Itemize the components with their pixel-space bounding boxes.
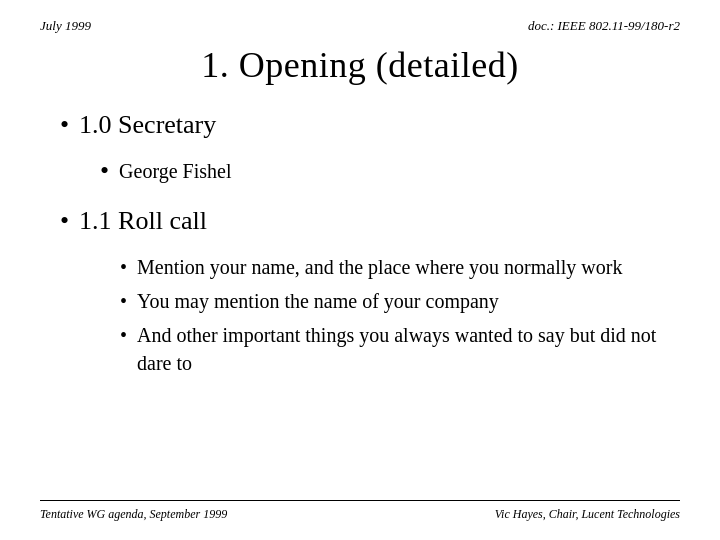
slide: July 1999 doc.: IEEE 802.11-99/180-r2 1.… [0,0,720,540]
sub-bullet-symbol-company: • [120,287,127,315]
header-date: July 1999 [40,18,91,34]
bullet-symbol-rollcall: • [60,204,69,238]
sub-bullet-text-company: You may mention the name of your company [137,287,499,315]
header: July 1999 doc.: IEEE 802.11-99/180-r2 [40,18,680,34]
rollcall-sub-bullets: • Mention your name, and the place where… [60,253,680,377]
george-fishel-text: George Fishel [119,158,231,184]
footer: Tentative WG agenda, September 1999 Vic … [40,500,680,522]
sub-bullet-symbol-mention: • [120,253,127,281]
george-fishel-item: • George Fishel [60,154,680,188]
sub-bullet-mention: • Mention your name, and the place where… [120,253,680,281]
george-bullet-symbol: • [100,154,109,188]
content-area: • 1.0 Secretary • George Fishel • 1.1 Ro… [40,108,680,500]
sub-bullet-company: • You may mention the name of your compa… [120,287,680,315]
bullet-symbol-secretary: • [60,108,69,142]
footer-right: Vic Hayes, Chair, Lucent Technologies [495,507,680,522]
sub-bullet-text-other: And other important things you always wa… [137,321,680,377]
bullet-secretary: • 1.0 Secretary [60,108,680,142]
sub-bullet-text-mention: Mention your name, and the place where y… [137,253,622,281]
slide-title: 1. Opening (detailed) [40,44,680,86]
footer-left: Tentative WG agenda, September 1999 [40,507,227,522]
bullet-text-rollcall: 1.1 Roll call [79,204,207,238]
bullet-text-secretary: 1.0 Secretary [79,108,216,142]
sub-bullet-symbol-other: • [120,321,127,349]
bullet-rollcall: • 1.1 Roll call [60,204,680,238]
sub-bullet-other: • And other important things you always … [120,321,680,377]
header-doc: doc.: IEEE 802.11-99/180-r2 [528,18,680,34]
